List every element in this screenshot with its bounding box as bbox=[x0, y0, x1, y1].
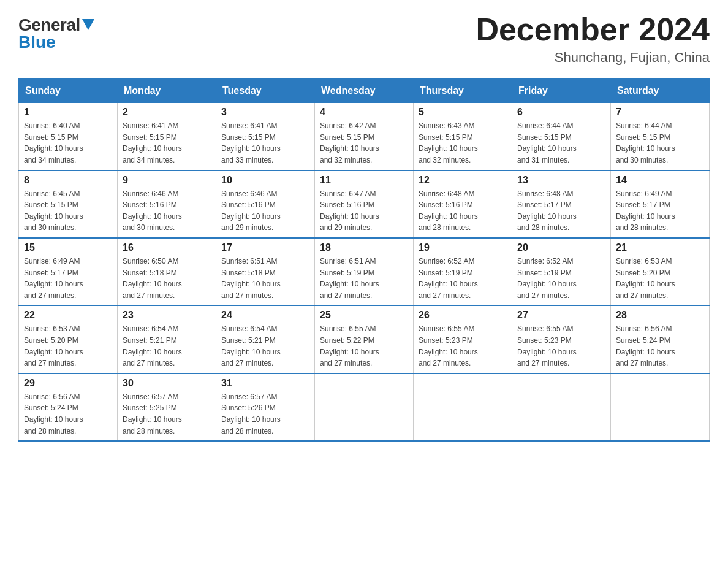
day-number: 25 bbox=[320, 310, 408, 321]
calendar-day-cell: 29 Sunrise: 6:56 AMSunset: 5:24 PMDaylig… bbox=[19, 373, 118, 441]
calendar-day-cell bbox=[315, 373, 414, 441]
day-number: 27 bbox=[517, 310, 605, 321]
calendar-day-cell: 26 Sunrise: 6:55 AMSunset: 5:23 PMDaylig… bbox=[414, 305, 512, 373]
day-number: 29 bbox=[24, 378, 112, 389]
day-number: 2 bbox=[123, 107, 211, 118]
day-number: 24 bbox=[221, 310, 309, 321]
calendar-day-cell: 17 Sunrise: 6:51 AMSunset: 5:18 PMDaylig… bbox=[216, 238, 315, 305]
day-info: Sunrise: 6:51 AMSunset: 5:18 PMDaylight:… bbox=[221, 256, 309, 301]
day-info: Sunrise: 6:51 AMSunset: 5:19 PMDaylight:… bbox=[320, 256, 408, 301]
day-number: 26 bbox=[419, 310, 507, 321]
calendar-day-cell: 18 Sunrise: 6:51 AMSunset: 5:19 PMDaylig… bbox=[315, 238, 414, 305]
day-info: Sunrise: 6:48 AMSunset: 5:16 PMDaylight:… bbox=[419, 188, 507, 234]
day-info: Sunrise: 6:44 AMSunset: 5:15 PMDaylight:… bbox=[517, 120, 605, 166]
day-info: Sunrise: 6:55 AMSunset: 5:23 PMDaylight:… bbox=[419, 323, 507, 369]
calendar-header-sunday: Sunday bbox=[19, 79, 118, 103]
day-number: 20 bbox=[517, 242, 605, 253]
day-number: 21 bbox=[616, 242, 704, 253]
day-number: 16 bbox=[123, 242, 211, 253]
calendar-header-thursday: Thursday bbox=[414, 79, 512, 103]
calendar-day-cell: 16 Sunrise: 6:50 AMSunset: 5:18 PMDaylig… bbox=[118, 238, 216, 305]
day-number: 17 bbox=[221, 242, 309, 253]
day-number: 14 bbox=[616, 175, 704, 186]
day-info: Sunrise: 6:57 AMSunset: 5:25 PMDaylight:… bbox=[123, 391, 211, 437]
calendar-day-cell: 3 Sunrise: 6:41 AMSunset: 5:15 PMDayligh… bbox=[216, 103, 315, 170]
logo-arrow-icon bbox=[82, 19, 94, 30]
day-info: Sunrise: 6:46 AMSunset: 5:16 PMDaylight:… bbox=[123, 188, 211, 234]
day-info: Sunrise: 6:40 AMSunset: 5:15 PMDaylight:… bbox=[24, 120, 112, 166]
calendar-header-row: SundayMondayTuesdayWednesdayThursdayFrid… bbox=[19, 79, 710, 103]
day-info: Sunrise: 6:49 AMSunset: 5:17 PMDaylight:… bbox=[616, 188, 704, 234]
day-info: Sunrise: 6:42 AMSunset: 5:15 PMDaylight:… bbox=[320, 120, 408, 166]
day-number: 4 bbox=[320, 107, 408, 118]
calendar-day-cell bbox=[414, 373, 512, 441]
calendar-day-cell: 21 Sunrise: 6:53 AMSunset: 5:20 PMDaylig… bbox=[611, 238, 710, 305]
day-info: Sunrise: 6:52 AMSunset: 5:19 PMDaylight:… bbox=[517, 256, 605, 301]
title-section: December 2024 Shunchang, Fujian, China bbox=[476, 12, 710, 66]
day-info: Sunrise: 6:41 AMSunset: 5:15 PMDaylight:… bbox=[221, 120, 309, 166]
day-number: 23 bbox=[123, 310, 211, 321]
day-info: Sunrise: 6:41 AMSunset: 5:15 PMDaylight:… bbox=[123, 120, 211, 166]
day-info: Sunrise: 6:56 AMSunset: 5:24 PMDaylight:… bbox=[616, 323, 704, 369]
day-number: 12 bbox=[419, 175, 507, 186]
calendar-day-cell: 31 Sunrise: 6:57 AMSunset: 5:26 PMDaylig… bbox=[216, 373, 315, 441]
calendar-day-cell: 25 Sunrise: 6:55 AMSunset: 5:22 PMDaylig… bbox=[315, 305, 414, 373]
day-number: 28 bbox=[616, 310, 704, 321]
day-number: 15 bbox=[24, 242, 112, 253]
day-number: 8 bbox=[24, 175, 112, 186]
calendar-day-cell: 4 Sunrise: 6:42 AMSunset: 5:15 PMDayligh… bbox=[315, 103, 414, 170]
calendar-day-cell: 8 Sunrise: 6:45 AMSunset: 5:15 PMDayligh… bbox=[19, 170, 118, 238]
calendar-day-cell: 6 Sunrise: 6:44 AMSunset: 5:15 PMDayligh… bbox=[512, 103, 611, 170]
calendar-day-cell: 7 Sunrise: 6:44 AMSunset: 5:15 PMDayligh… bbox=[611, 103, 710, 170]
day-number: 11 bbox=[320, 175, 408, 186]
calendar-day-cell: 13 Sunrise: 6:48 AMSunset: 5:17 PMDaylig… bbox=[512, 170, 611, 238]
calendar-day-cell: 30 Sunrise: 6:57 AMSunset: 5:25 PMDaylig… bbox=[118, 373, 216, 441]
day-info: Sunrise: 6:47 AMSunset: 5:16 PMDaylight:… bbox=[320, 188, 408, 234]
month-title: December 2024 bbox=[476, 12, 710, 47]
calendar-day-cell: 14 Sunrise: 6:49 AMSunset: 5:17 PMDaylig… bbox=[611, 170, 710, 238]
calendar-day-cell: 23 Sunrise: 6:54 AMSunset: 5:21 PMDaylig… bbox=[118, 305, 216, 373]
calendar-week-row: 8 Sunrise: 6:45 AMSunset: 5:15 PMDayligh… bbox=[19, 170, 710, 238]
day-info: Sunrise: 6:57 AMSunset: 5:26 PMDaylight:… bbox=[221, 391, 309, 437]
day-info: Sunrise: 6:44 AMSunset: 5:15 PMDaylight:… bbox=[616, 120, 704, 166]
calendar-day-cell: 28 Sunrise: 6:56 AMSunset: 5:24 PMDaylig… bbox=[611, 305, 710, 373]
day-number: 6 bbox=[517, 107, 605, 118]
calendar-day-cell: 5 Sunrise: 6:43 AMSunset: 5:15 PMDayligh… bbox=[414, 103, 512, 170]
page-header: General Blue December 2024 Shunchang, Fu… bbox=[18, 12, 710, 66]
calendar-week-row: 29 Sunrise: 6:56 AMSunset: 5:24 PMDaylig… bbox=[19, 373, 710, 441]
day-info: Sunrise: 6:46 AMSunset: 5:16 PMDaylight:… bbox=[221, 188, 309, 234]
calendar-header-tuesday: Tuesday bbox=[216, 79, 315, 103]
calendar-day-cell: 12 Sunrise: 6:48 AMSunset: 5:16 PMDaylig… bbox=[414, 170, 512, 238]
calendar-week-row: 1 Sunrise: 6:40 AMSunset: 5:15 PMDayligh… bbox=[19, 103, 710, 170]
location-text: Shunchang, Fujian, China bbox=[476, 50, 710, 66]
calendar-day-cell: 24 Sunrise: 6:54 AMSunset: 5:21 PMDaylig… bbox=[216, 305, 315, 373]
day-number: 1 bbox=[24, 107, 112, 118]
day-number: 31 bbox=[221, 378, 309, 389]
calendar-header-wednesday: Wednesday bbox=[315, 79, 414, 103]
day-number: 5 bbox=[419, 107, 507, 118]
day-info: Sunrise: 6:50 AMSunset: 5:18 PMDaylight:… bbox=[123, 256, 211, 301]
calendar-day-cell: 10 Sunrise: 6:46 AMSunset: 5:16 PMDaylig… bbox=[216, 170, 315, 238]
logo: General Blue bbox=[18, 12, 94, 52]
day-info: Sunrise: 6:53 AMSunset: 5:20 PMDaylight:… bbox=[616, 256, 704, 301]
calendar-header-saturday: Saturday bbox=[611, 79, 710, 103]
day-info: Sunrise: 6:54 AMSunset: 5:21 PMDaylight:… bbox=[221, 323, 309, 369]
day-info: Sunrise: 6:48 AMSunset: 5:17 PMDaylight:… bbox=[517, 188, 605, 234]
calendar-day-cell: 2 Sunrise: 6:41 AMSunset: 5:15 PMDayligh… bbox=[118, 103, 216, 170]
day-number: 19 bbox=[419, 242, 507, 253]
calendar-day-cell: 22 Sunrise: 6:53 AMSunset: 5:20 PMDaylig… bbox=[19, 305, 118, 373]
day-info: Sunrise: 6:43 AMSunset: 5:15 PMDaylight:… bbox=[419, 120, 507, 166]
day-number: 22 bbox=[24, 310, 112, 321]
calendar-day-cell: 27 Sunrise: 6:55 AMSunset: 5:23 PMDaylig… bbox=[512, 305, 611, 373]
day-number: 10 bbox=[221, 175, 309, 186]
calendar-day-cell: 19 Sunrise: 6:52 AMSunset: 5:19 PMDaylig… bbox=[414, 238, 512, 305]
calendar-day-cell: 11 Sunrise: 6:47 AMSunset: 5:16 PMDaylig… bbox=[315, 170, 414, 238]
day-info: Sunrise: 6:55 AMSunset: 5:22 PMDaylight:… bbox=[320, 323, 408, 369]
calendar-table: SundayMondayTuesdayWednesdayThursdayFrid… bbox=[18, 78, 710, 442]
day-number: 18 bbox=[320, 242, 408, 253]
day-info: Sunrise: 6:45 AMSunset: 5:15 PMDaylight:… bbox=[24, 188, 112, 234]
calendar-day-cell: 1 Sunrise: 6:40 AMSunset: 5:15 PMDayligh… bbox=[19, 103, 118, 170]
day-number: 7 bbox=[616, 107, 704, 118]
day-info: Sunrise: 6:56 AMSunset: 5:24 PMDaylight:… bbox=[24, 391, 112, 437]
calendar-header-monday: Monday bbox=[118, 79, 216, 103]
